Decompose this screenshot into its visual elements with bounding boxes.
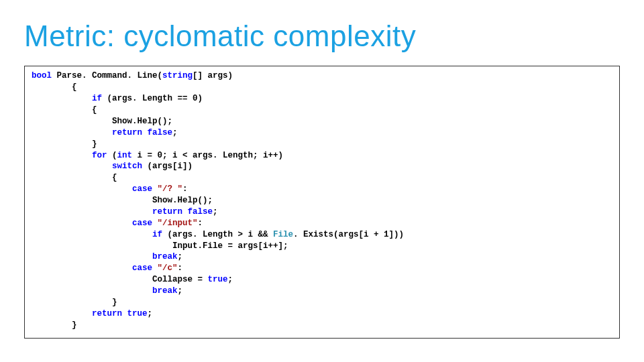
string-literal: "/c" bbox=[158, 263, 178, 273]
code-text: ( bbox=[107, 151, 117, 160]
keyword-break: break bbox=[152, 252, 178, 261]
code-text: } bbox=[32, 297, 612, 308]
keyword-return-false: return false bbox=[152, 207, 213, 217]
slide-title: Metric: cyclomatic complexity bbox=[24, 20, 620, 52]
code-block: bool Parse. Command. Line(string[] args)… bbox=[24, 66, 620, 338]
code-text bbox=[32, 219, 132, 228]
code-text: ; bbox=[228, 275, 233, 284]
code-text: Collapse = bbox=[32, 275, 208, 284]
code-text: { bbox=[32, 105, 612, 116]
code-text: (args. Length > i && bbox=[162, 230, 273, 239]
keyword-for: for bbox=[92, 151, 107, 160]
code-text: } bbox=[32, 320, 612, 331]
code-text bbox=[32, 184, 132, 194]
code-text bbox=[32, 128, 112, 137]
code-text: ; bbox=[172, 128, 178, 137]
code-text bbox=[32, 286, 152, 296]
keyword-true: true bbox=[208, 275, 228, 284]
code-text: : bbox=[178, 263, 183, 273]
code-text: Show.Help(); bbox=[32, 116, 612, 127]
code-text bbox=[32, 207, 152, 217]
code-text: Show.Help(); bbox=[32, 195, 612, 206]
code-text: } bbox=[32, 139, 612, 150]
code-text: ; bbox=[178, 286, 183, 296]
code-text: (args. Length == 0) bbox=[102, 94, 203, 103]
type-file: File bbox=[273, 230, 293, 239]
keyword-case: case bbox=[132, 263, 152, 273]
keyword-return-true: return true bbox=[92, 309, 148, 318]
code-text bbox=[32, 252, 152, 261]
code-text: ; bbox=[178, 252, 183, 261]
slide: Metric: cyclomatic complexity bool Parse… bbox=[0, 0, 644, 362]
keyword-string: string bbox=[162, 71, 193, 80]
code-text bbox=[32, 151, 92, 160]
code-text: ; bbox=[148, 309, 153, 318]
code-text bbox=[32, 309, 92, 318]
code-text bbox=[32, 230, 152, 239]
code-text: [] args) bbox=[193, 71, 233, 80]
code-text: { bbox=[32, 172, 612, 184]
code-text: . Exists(args[i + 1])) bbox=[293, 230, 404, 239]
code-text bbox=[32, 162, 112, 171]
string-literal: "/input" bbox=[158, 219, 198, 228]
code-text: : bbox=[182, 184, 188, 194]
keyword-bool: bool bbox=[32, 71, 52, 80]
code-text: { bbox=[32, 82, 612, 93]
code-text bbox=[32, 94, 92, 103]
code-text bbox=[152, 184, 158, 194]
keyword-int: int bbox=[117, 151, 133, 160]
code-text: i = 0; i < args. Length; i++) bbox=[132, 151, 283, 160]
keyword-break: break bbox=[152, 286, 178, 296]
code-text bbox=[152, 263, 158, 273]
keyword-case: case bbox=[132, 184, 152, 194]
string-literal: "/? " bbox=[158, 184, 183, 194]
code-text bbox=[152, 219, 158, 228]
code-text: Parse. Command. Line( bbox=[52, 71, 162, 80]
keyword-if: if bbox=[92, 94, 102, 103]
code-text: (args[i]) bbox=[142, 162, 193, 171]
keyword-return-false: return false bbox=[112, 128, 172, 137]
keyword-if: if bbox=[152, 230, 162, 239]
code-text: : bbox=[198, 219, 203, 228]
code-text: Input.File = args[i++]; bbox=[32, 241, 612, 252]
keyword-case: case bbox=[132, 219, 152, 228]
keyword-switch: switch bbox=[112, 162, 142, 171]
code-text bbox=[32, 263, 132, 273]
code-text: ; bbox=[213, 207, 218, 217]
